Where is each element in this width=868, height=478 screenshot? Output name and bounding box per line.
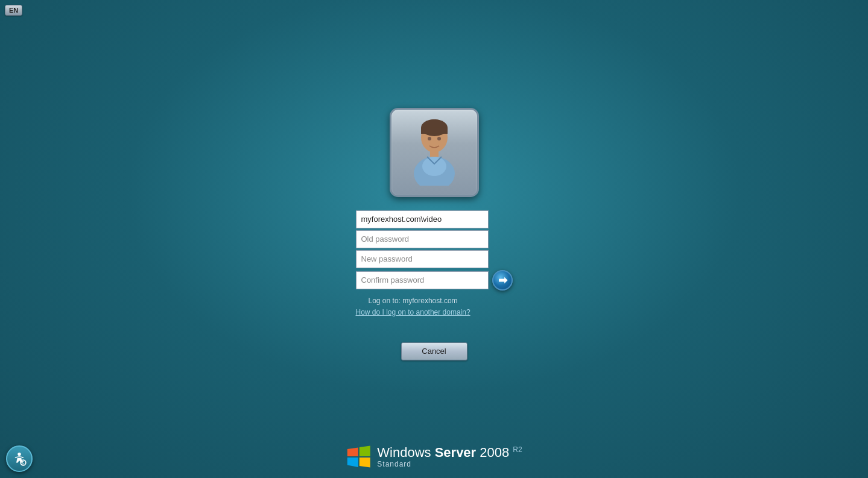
confirm-password-row: ➡ [356,269,513,290]
username-row: myforexhost.com\video [356,210,489,229]
windows-text: Windows Server 2008 R2 Standard [377,445,522,468]
r2-text: R2 [513,445,522,454]
login-form: myforexhost.com\video ➡ Log on to: myfor… [356,210,513,318]
username-input[interactable]: myforexhost.com\video [356,210,489,228]
avatar-svg [404,119,464,185]
accessibility-button[interactable] [6,445,33,472]
accessibility-icon [11,451,27,467]
submit-button[interactable]: ➡ [492,269,513,290]
login-panel: myforexhost.com\video ➡ Log on to: myfor… [356,107,513,360]
svg-rect-5 [430,150,439,156]
cancel-button[interactable]: Cancel [401,342,467,360]
windows-version-text: 2008 R2 [476,445,522,460]
svg-rect-4 [421,127,448,133]
windows-bold-text: Server [435,445,477,460]
new-password-row [356,250,489,269]
windows-logo: Windows Server 2008 R2 Standard [346,444,522,470]
new-password-input[interactable] [356,250,489,268]
logon-info: Log on to: myforexhost.com How do I log … [356,295,470,318]
submit-arrow-icon: ➡ [498,274,507,285]
language-button[interactable]: EN [5,5,22,16]
user-avatar [390,107,479,197]
logon-to-text: Log on to: myforexhost.com [356,295,470,306]
svg-point-9 [437,136,441,140]
confirm-password-input[interactable] [356,271,489,289]
svg-point-8 [428,136,431,140]
windows-edition: Standard [377,460,411,468]
windows-flag-icon [346,444,371,470]
domain-link[interactable]: How do I log on to another domain? [356,308,470,316]
old-password-row [356,230,489,249]
svg-point-7 [422,156,446,175]
windows-title: Windows Server 2008 R2 [377,445,522,460]
old-password-input[interactable] [356,230,489,248]
windows-light-text: Windows [377,445,434,460]
svg-point-0 [17,453,21,456]
